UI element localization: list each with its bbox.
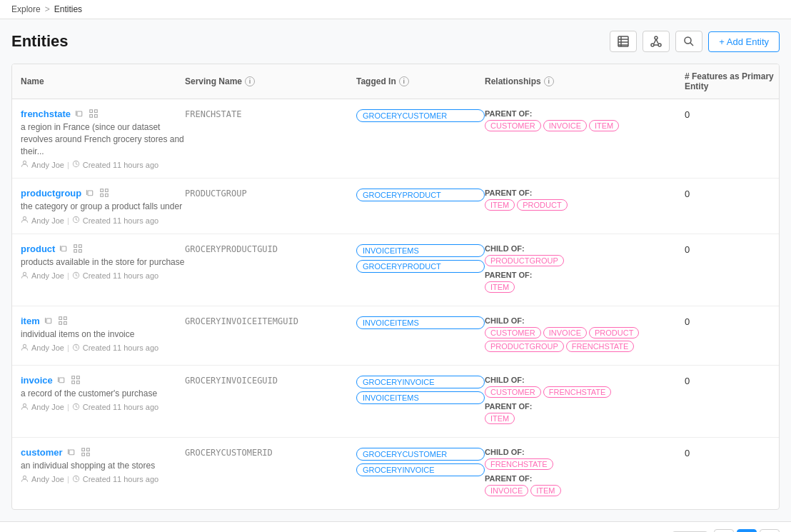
svg-point-5 <box>655 36 658 39</box>
svg-point-32 <box>23 272 26 275</box>
rel-section: CHILD OF:CUSTOMERFRENCHSTATE <box>485 376 685 398</box>
entity-name-link[interactable]: frenchstate <box>21 108 185 119</box>
name-cell: itemindividual items on the invoiceAndy … <box>21 315 185 353</box>
tag-badge[interactable]: GROCERYPRODUCT <box>356 189 485 201</box>
rel-type-label: CHILD OF: <box>485 448 685 456</box>
serving-name-info[interactable]: i <box>245 76 255 86</box>
meta-user: Andy Joe <box>31 271 64 280</box>
rel-tags: ITEMPRODUCT <box>485 199 685 211</box>
entities-table: Name Serving Name i Tagged In i Relation… <box>11 64 780 510</box>
svg-point-6 <box>651 44 654 46</box>
relationships-cell: CHILD OF:CUSTOMERINVOICEPRODUCTPRODUCTGR… <box>485 315 685 356</box>
tagged-in-info[interactable]: i <box>399 76 409 86</box>
entity-name-link[interactable]: item <box>21 315 185 326</box>
rel-type-label: CHILD OF: <box>485 244 685 253</box>
rel-tag[interactable]: FRENCHSTATE <box>485 458 553 470</box>
svg-rect-36 <box>64 317 66 320</box>
entity-name-link[interactable]: productgroup <box>21 187 185 199</box>
rel-tag[interactable]: CUSTOMER <box>485 327 541 338</box>
rel-tag[interactable]: INVOICE <box>543 120 587 131</box>
rel-tag[interactable]: CUSTOMER <box>485 120 541 131</box>
relationships-info[interactable]: i <box>544 76 554 86</box>
tag-badge[interactable]: INVOICEITEMS <box>356 244 485 257</box>
entity-name-link[interactable]: customer <box>21 446 185 458</box>
rel-tag[interactable]: PRODUCTGROUP <box>485 341 564 352</box>
rel-tag[interactable]: PRODUCTGROUP <box>485 255 564 266</box>
rel-type-label: PARENT OF: <box>485 271 685 279</box>
copy-icon[interactable] <box>56 374 67 386</box>
rel-tag[interactable]: FRENCHSTATE <box>566 341 635 352</box>
next-page-button[interactable]: › <box>760 529 780 532</box>
tag-badge[interactable]: GROCERYCUSTOMER <box>356 448 485 461</box>
svg-point-53 <box>23 476 26 478</box>
svg-rect-48 <box>69 450 74 455</box>
tags-cell: INVOICEITEMS <box>356 315 485 329</box>
rel-tags: INVOICEITEM <box>485 485 685 496</box>
rel-section: CHILD OF:CUSTOMERINVOICEPRODUCTPRODUCTGR… <box>485 316 685 352</box>
tag-badge[interactable]: GROCERYCUSTOMER <box>356 109 485 122</box>
clock-icon <box>72 403 80 412</box>
table-view-button[interactable] <box>610 31 637 52</box>
meta-time: Created 11 hours ago <box>83 343 158 352</box>
relationships-cell: CHILD OF:CUSTOMERFRENCHSTATEPARENT OF:IT… <box>485 374 685 428</box>
svg-rect-30 <box>74 250 77 253</box>
rel-tag[interactable]: PRODUCT <box>589 327 639 338</box>
prev-page-button[interactable]: ‹ <box>714 529 734 532</box>
grid-icon[interactable] <box>88 108 99 119</box>
rel-tag[interactable]: FRENCHSTATE <box>543 386 612 398</box>
rel-tag[interactable]: ITEM <box>485 413 515 424</box>
grid-icon[interactable] <box>80 446 91 458</box>
svg-rect-14 <box>90 110 93 113</box>
features-count: 0 <box>685 374 780 386</box>
table-icon <box>618 36 629 47</box>
grid-icon[interactable] <box>70 374 81 386</box>
svg-rect-45 <box>76 381 79 384</box>
copy-icon[interactable] <box>43 315 54 326</box>
tag-badge[interactable]: GROCERYINVOICE <box>356 463 485 476</box>
rel-tag[interactable]: ITEM <box>589 120 619 131</box>
tag-badge[interactable]: INVOICEITEMS <box>356 391 485 404</box>
rel-tag[interactable]: INVOICE <box>485 485 528 496</box>
top-bar: Explore > Entities <box>0 0 791 19</box>
rel-tag[interactable]: CUSTOMER <box>485 386 541 398</box>
main-content: Entities <box>0 19 791 521</box>
table-row: productproducts available in the store f… <box>12 234 779 306</box>
rel-tag[interactable]: INVOICE <box>543 327 587 338</box>
entity-meta: Andy Joe|Created 11 hours ago <box>21 475 185 484</box>
svg-point-39 <box>23 344 26 347</box>
search-icon <box>683 36 695 47</box>
page-header: Entities <box>11 31 780 52</box>
grid-icon[interactable] <box>72 243 84 254</box>
copy-icon[interactable] <box>58 243 69 254</box>
tag-badge[interactable]: INVOICEITEMS <box>356 316 485 329</box>
copy-icon[interactable] <box>74 108 85 119</box>
rel-tag[interactable]: ITEM <box>485 281 515 293</box>
grid-icon[interactable] <box>99 187 110 199</box>
add-entity-button[interactable]: + Add Entity <box>708 31 780 52</box>
clock-icon <box>72 343 80 353</box>
tag-badge[interactable]: GROCERYINVOICE <box>356 376 485 388</box>
tag-badge[interactable]: GROCERYPRODUCT <box>356 260 485 273</box>
copy-icon[interactable] <box>84 187 96 199</box>
search-button[interactable] <box>675 31 702 52</box>
tags-cell: GROCERYCUSTOMERGROCERYINVOICE <box>356 446 485 476</box>
rel-type-label: PARENT OF: <box>485 474 685 483</box>
breadcrumb: Explore > Entities <box>11 4 780 14</box>
graph-view-button[interactable] <box>643 31 670 52</box>
entity-description: an individual shopping at the stores <box>21 460 185 472</box>
svg-rect-13 <box>77 111 82 116</box>
name-cell: customeran individual shopping at the st… <box>21 446 185 484</box>
entity-name-link[interactable]: product <box>21 243 185 254</box>
breadcrumb-explore[interactable]: Explore <box>11 4 41 14</box>
rel-tag[interactable]: ITEM <box>530 485 560 496</box>
svg-rect-34 <box>46 318 51 323</box>
meta-sep: | <box>67 161 69 169</box>
rel-type-label: CHILD OF: <box>485 376 685 384</box>
name-cell: frenchstatea region in France (since our… <box>21 108 185 169</box>
rel-tag[interactable]: ITEM <box>485 199 515 211</box>
copy-icon[interactable] <box>66 446 77 458</box>
page-1-button[interactable]: 1 <box>737 529 757 532</box>
grid-icon[interactable] <box>57 315 69 326</box>
rel-tag[interactable]: PRODUCT <box>517 199 567 211</box>
entity-name-link[interactable]: invoice <box>21 374 185 386</box>
